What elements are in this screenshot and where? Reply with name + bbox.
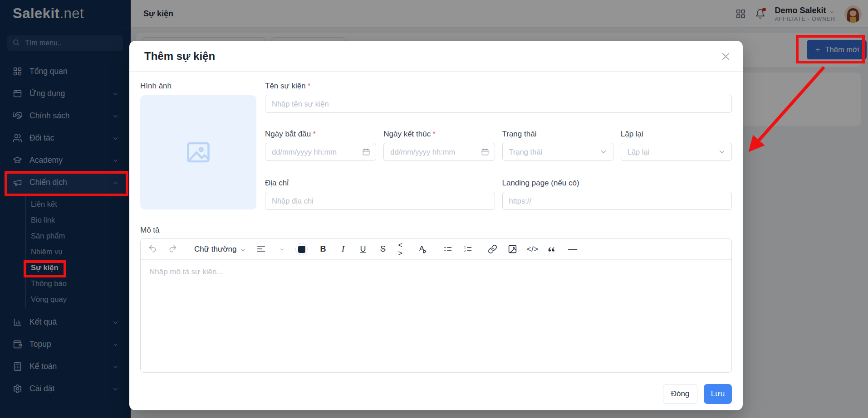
end-date-field: Ngày kết thúc* [383,130,495,161]
repeat-field: Lặp lại Lặp lại [621,130,732,161]
chevron-down-icon [718,148,726,156]
address-field: Địa chỉ [265,179,495,210]
app-window: Salekit.net Tổng quan Ứng dụng Chính sác… [0,0,868,418]
address-label: Địa chỉ [265,179,289,187]
svg-text:2: 2 [464,249,466,253]
dates-status-row: Ngày bắt đầu* Ngày kết thúc* Trạng thái … [265,130,732,161]
calendar-icon[interactable] [362,148,370,156]
image-label: Hình ảnh [140,82,172,91]
paragraph-style-value: Chữ thường [194,245,236,254]
image-upload-box[interactable] [140,95,256,209]
status-field: Trạng thái Trạng thái [502,130,613,161]
description-editor: Chữ thường B I U S < > 12 </> — [140,238,732,373]
save-button[interactable]: Lưu [704,384,732,404]
landing-page-label: Landing page (nếu có) [502,179,579,187]
redo-icon[interactable] [168,244,177,254]
calendar-icon[interactable] [481,148,489,156]
start-date-label: Ngày bắt đầu [265,130,311,138]
close-icon[interactable] [721,51,731,62]
repeat-select-value: Lặp lại [621,148,656,156]
bold-button[interactable]: B [318,244,328,254]
start-date-input[interactable] [265,148,376,156]
underline-button[interactable]: U [358,244,368,254]
address-input[interactable] [265,197,495,205]
svg-text:1: 1 [464,246,466,249]
required-mark: * [432,130,436,138]
status-select[interactable]: Trạng thái [502,143,613,161]
code-block-button[interactable]: </> [528,244,537,254]
image-placeholder-icon [185,139,212,166]
horizontal-rule-button[interactable]: — [568,244,577,254]
italic-button[interactable]: I [338,244,348,254]
undo-icon[interactable] [148,244,157,254]
status-select-value: Trạng thái [503,148,549,156]
align-dropdown-chevron-icon[interactable] [279,246,285,252]
highlight-clear-format-icon[interactable] [418,244,427,254]
insert-image-icon[interactable] [508,244,517,254]
link-icon[interactable] [488,244,497,254]
modal-title: Thêm sự kiện [144,41,215,72]
repeat-label: Lặp lại [621,130,643,138]
text-color-swatch[interactable] [295,243,308,255]
start-date-field: Ngày bắt đầu* [265,130,376,161]
align-left-icon[interactable] [256,244,266,254]
landing-page-input[interactable] [503,197,732,205]
close-button[interactable]: Đóng [663,384,697,404]
chevron-down-icon [240,246,246,252]
editor-toolbar: Chữ thường B I U S < > 12 </> — [141,239,731,260]
current-color [298,246,305,253]
modal-header: Thêm sự kiện [129,41,743,72]
address-landing-row: Địa chỉ Landing page (nếu có) [265,179,732,210]
status-label: Trạng thái [502,130,537,138]
event-name-label: Tên sự kiện [265,82,306,90]
inline-code-button[interactable]: < > [398,244,407,254]
ordered-list-icon[interactable]: 12 [463,244,473,254]
description-label: Mô tả [140,226,160,235]
add-event-modal: Thêm sự kiện Hình ảnh Tên sự kiện* Ngày … [129,41,743,410]
event-name-input[interactable] [265,100,731,108]
chevron-down-icon [599,148,608,156]
paragraph-style-dropdown[interactable]: Chữ thường [194,245,246,254]
modal-footer: Đóng Lưu [129,377,743,410]
strikethrough-button[interactable]: S [378,244,387,254]
blockquote-icon[interactable] [548,244,557,254]
required-mark: * [313,130,316,138]
end-date-input[interactable] [384,148,494,156]
required-mark: * [308,82,311,90]
end-date-label: Ngày kết thúc [383,130,431,138]
description-textarea[interactable]: Nhập mô tả sự kiện... [141,260,731,372]
repeat-select[interactable]: Lặp lại [621,143,732,161]
landing-page-field: Landing page (nếu có) [502,179,732,210]
event-name-field: Tên sự kiện* [265,82,732,113]
bullet-list-icon[interactable] [443,244,453,254]
